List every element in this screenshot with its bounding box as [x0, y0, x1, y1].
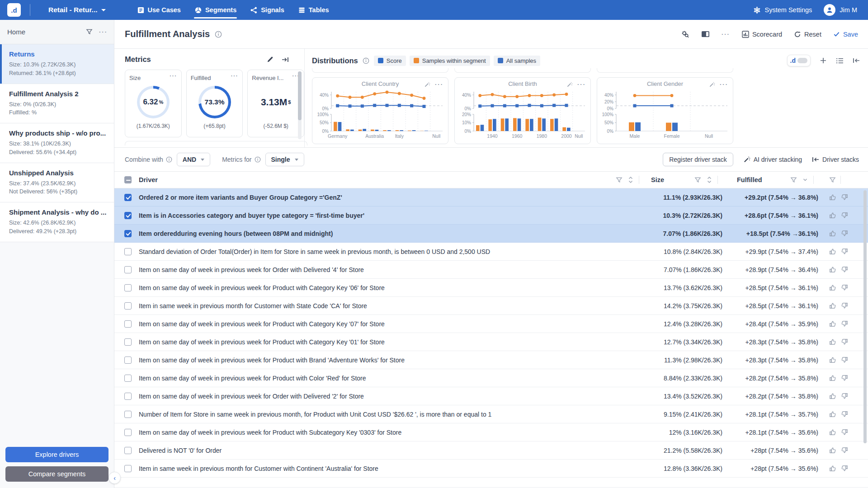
- edit-metrics-icon[interactable]: [267, 56, 274, 63]
- table-row[interactable]: Item on same day of week in previous wee…: [114, 261, 868, 279]
- legend-chip[interactable]: All samples: [494, 56, 540, 66]
- table-row[interactable]: Delivered is NOT '0' for Order21.2% (5.5…: [114, 441, 868, 460]
- table-row[interactable]: Item on same day of week in previous wee…: [114, 279, 868, 297]
- title-more-icon[interactable]: ···: [722, 31, 730, 38]
- row-checkbox[interactable]: [124, 393, 132, 400]
- table-row[interactable]: Item on same day of week in previous wee…: [114, 333, 868, 351]
- info-icon[interactable]: [363, 57, 369, 64]
- thumb-down-icon[interactable]: [841, 411, 848, 418]
- segment-list-item[interactable]: Unshipped AnalysisSize: 37.4% (23.5K/62.…: [0, 163, 114, 203]
- thumb-down-icon[interactable]: [841, 230, 848, 237]
- table-row[interactable]: Item in same week in previous month for …: [114, 297, 868, 315]
- fulfilled-column-header[interactable]: Fulfilled: [737, 176, 762, 183]
- nav-tab-use-cases[interactable]: Use Cases: [130, 0, 188, 20]
- table-row[interactable]: Standard deviation of Order Total(Order)…: [114, 243, 868, 261]
- scorecard-button[interactable]: Scorecard: [742, 31, 782, 38]
- table-row[interactable]: Item in same week in previous month for …: [114, 460, 868, 478]
- thumb-up-icon[interactable]: [829, 393, 836, 399]
- thumb-up-icon[interactable]: [829, 266, 836, 273]
- chart-more-icon[interactable]: ···: [577, 81, 586, 88]
- table-row[interactable]: Item on same day of week in previous wee…: [114, 387, 868, 405]
- metric-card-more-icon[interactable]: ···: [231, 73, 239, 79]
- info-icon[interactable]: [215, 31, 222, 38]
- table-row[interactable]: Item on same day of week in previous wee…: [114, 315, 868, 333]
- thumb-down-icon[interactable]: [841, 248, 848, 255]
- filter-icon[interactable]: [616, 177, 623, 183]
- sort-desc-icon[interactable]: [802, 178, 808, 182]
- table-row[interactable]: Item is in Accessories category and buye…: [114, 206, 868, 225]
- table-row[interactable]: Item on same day of week in previous wee…: [114, 423, 868, 441]
- select-all-checkbox[interactable]: [124, 176, 132, 183]
- table-row[interactable]: Item orderedduring evening hours (betwee…: [114, 225, 868, 243]
- chart-more-icon[interactable]: ···: [435, 81, 443, 88]
- driver-stacks-button[interactable]: Driver stacks: [812, 156, 859, 163]
- row-checkbox[interactable]: [124, 429, 132, 436]
- table-row[interactable]: Item on same day of week in previous wee…: [114, 369, 868, 387]
- size-column-header[interactable]: Size: [651, 176, 664, 183]
- row-checkbox[interactable]: [124, 248, 132, 255]
- thumb-down-icon[interactable]: [841, 194, 848, 201]
- thumb-down-icon[interactable]: [841, 284, 848, 291]
- row-checkbox[interactable]: [124, 357, 132, 364]
- thumb-up-icon[interactable]: [829, 248, 836, 255]
- thumb-down-icon[interactable]: [841, 320, 848, 327]
- filter-icon[interactable]: [86, 28, 93, 35]
- list-view-icon[interactable]: [836, 57, 844, 64]
- legend-chip[interactable]: Samples within segment: [410, 56, 490, 66]
- system-settings-button[interactable]: System Settings: [753, 6, 812, 14]
- thumb-down-icon[interactable]: [841, 266, 848, 273]
- thumb-up-icon[interactable]: [829, 465, 836, 472]
- thumb-up-icon[interactable]: [829, 320, 836, 327]
- sidebar-collapse-button[interactable]: ‹: [108, 472, 121, 484]
- nav-tab-tables[interactable]: Tables: [291, 0, 336, 20]
- info-icon[interactable]: [166, 156, 172, 163]
- explore-drivers-button[interactable]: Explore drivers: [5, 447, 108, 462]
- filter-icon[interactable]: [694, 177, 701, 183]
- row-checkbox[interactable]: [124, 411, 132, 418]
- thumb-down-icon[interactable]: [841, 302, 848, 309]
- metric-card-more-icon[interactable]: ···: [170, 73, 177, 79]
- metrics-for-select[interactable]: Single: [265, 153, 304, 166]
- filter-icon[interactable]: [790, 177, 797, 183]
- thumb-down-icon[interactable]: [841, 212, 848, 219]
- workspace-dropdown[interactable]: Retail - Retur...: [30, 6, 118, 14]
- row-checkbox[interactable]: [124, 447, 132, 454]
- filter-icon[interactable]: [829, 177, 836, 183]
- row-checkbox[interactable]: [124, 465, 132, 472]
- thumb-up-icon[interactable]: [829, 284, 836, 291]
- sort-icon[interactable]: [707, 176, 712, 183]
- thumb-down-icon[interactable]: [841, 429, 848, 436]
- magic-wand-icon[interactable]: [424, 81, 430, 88]
- compare-segments-button[interactable]: Compare segments: [5, 466, 108, 482]
- row-checkbox[interactable]: [124, 338, 132, 346]
- thumb-up-icon[interactable]: [829, 338, 836, 345]
- thumb-down-icon[interactable]: [841, 375, 848, 381]
- save-button[interactable]: Save: [833, 31, 858, 38]
- nav-tab-segments[interactable]: Segments: [188, 0, 243, 20]
- driver-column-header[interactable]: Driver: [139, 176, 158, 183]
- register-driver-stack-button[interactable]: Register driver stack: [663, 153, 733, 166]
- info-icon[interactable]: [255, 156, 261, 163]
- thumb-up-icon[interactable]: [829, 302, 836, 309]
- thumb-up-icon[interactable]: [829, 230, 836, 237]
- thumb-up-icon[interactable]: [829, 447, 836, 454]
- ai-driver-stacking-button[interactable]: AI driver stacking: [743, 156, 802, 163]
- segment-list-item[interactable]: Why products ship - w/o pro...Size: 38.1…: [0, 123, 114, 163]
- driver-settings-icon[interactable]: [681, 30, 689, 38]
- row-checkbox[interactable]: [124, 194, 132, 201]
- sidebar-more-icon[interactable]: ···: [99, 28, 108, 35]
- row-checkbox[interactable]: [124, 230, 132, 237]
- chart-more-icon[interactable]: ···: [720, 81, 728, 88]
- table-scrollbar[interactable]: [863, 190, 867, 443]
- table-row[interactable]: Number of Item for Store in same week in…: [114, 405, 868, 423]
- table-row[interactable]: Ordered 2 or more item variants and Buye…: [114, 188, 868, 206]
- row-checkbox[interactable]: [124, 266, 132, 273]
- d-toggle[interactable]: .d: [787, 55, 811, 66]
- magic-wand-icon[interactable]: [709, 81, 715, 88]
- combine-with-select[interactable]: AND: [177, 153, 210, 166]
- magic-wand-icon[interactable]: [566, 81, 573, 88]
- collapse-panel-icon[interactable]: [853, 57, 860, 64]
- row-checkbox[interactable]: [124, 302, 132, 310]
- sort-icon[interactable]: [628, 176, 633, 183]
- segment-list-item[interactable]: ReturnsSize: 10.3% (2.72K/26.3K)Returned…: [0, 44, 114, 84]
